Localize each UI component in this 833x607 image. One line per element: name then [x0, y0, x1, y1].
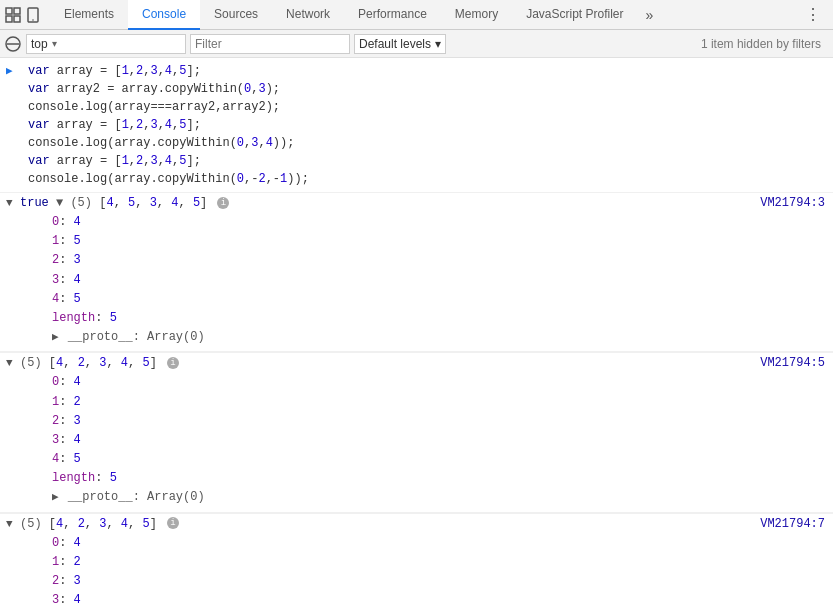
proto-arrow-1[interactable]: ▶	[52, 331, 59, 343]
tab-bar: Elements Console Sources Network Perform…	[0, 0, 833, 30]
prop-row: 1: 2	[52, 553, 833, 572]
more-tabs-button[interactable]: »	[638, 0, 662, 30]
level-arrow: ▾	[435, 37, 441, 51]
expand-arrow-2[interactable]: ▼	[6, 357, 13, 369]
prop-row: 2: 3	[52, 251, 833, 270]
tab-js-profiler[interactable]: JavaScript Profiler	[512, 0, 637, 30]
prop-row: 3: 4	[52, 591, 833, 607]
proto-row-2: ▶ __proto__: Array(0)	[52, 488, 833, 507]
output-row-2: ▼ (5) [4, 2, 3, 4, 5] i VM21794:5	[0, 352, 833, 373]
tab-sources[interactable]: Sources	[200, 0, 272, 30]
svg-rect-0	[6, 8, 12, 14]
code-expand-arrow[interactable]: ▶	[6, 63, 13, 80]
prop-row: 0: 4	[52, 373, 833, 392]
svg-point-5	[32, 19, 34, 21]
prop-row: 1: 5	[52, 232, 833, 251]
expand-arrow-3[interactable]: ▼	[6, 518, 13, 530]
vm-link-3[interactable]: VM21794:7	[756, 514, 833, 534]
context-arrow: ▾	[52, 38, 57, 49]
prop-row: 0: 4	[52, 534, 833, 553]
context-selector[interactable]: top ▾	[26, 34, 186, 54]
tab-console[interactable]: Console	[128, 0, 200, 30]
info-icon-3[interactable]: i	[167, 517, 179, 529]
tab-elements[interactable]: Elements	[50, 0, 128, 30]
svg-rect-1	[14, 8, 20, 14]
prop-row: 4: 5	[52, 290, 833, 309]
vm-link-1[interactable]: VM21794:3	[756, 193, 833, 213]
expand-arrow-1[interactable]: ▼	[6, 197, 13, 209]
prop-row: 3: 4	[52, 431, 833, 450]
inspect-icon[interactable]	[4, 6, 22, 24]
devtools-icons	[4, 6, 42, 24]
output-row-1: ▼ true ▼ (5) [4, 5, 3, 4, 5] i VM21794:3	[0, 193, 833, 213]
tab-performance[interactable]: Performance	[344, 0, 441, 30]
prop-row: length: 5	[52, 469, 833, 488]
svg-rect-2	[6, 16, 12, 22]
filter-input[interactable]	[190, 34, 350, 54]
clear-console-icon[interactable]	[4, 35, 22, 53]
code-input-block: ▶ var array = [1,2,3,4,5]; var array2 = …	[0, 58, 833, 193]
prop-rows-1: 0: 4 1: 5 2: 3 3: 4 4: 5 length: 5 ▶ __p…	[0, 213, 833, 352]
prop-row: 4: 5	[52, 450, 833, 469]
level-selector[interactable]: Default levels ▾	[354, 34, 446, 54]
devtools-menu-button[interactable]: ⋮	[797, 0, 829, 30]
prop-row: 2: 3	[52, 412, 833, 431]
prop-row: 3: 4	[52, 271, 833, 290]
mobile-icon[interactable]	[24, 6, 42, 24]
proto-arrow-2[interactable]: ▶	[52, 491, 59, 503]
output-row-3: ▼ (5) [4, 2, 3, 4, 5] i VM21794:7	[0, 513, 833, 534]
info-icon-1[interactable]: i	[217, 197, 229, 209]
console-content: ▶ var array = [1,2,3,4,5]; var array2 = …	[0, 58, 833, 607]
prop-row: 2: 3	[52, 572, 833, 591]
tab-network[interactable]: Network	[272, 0, 344, 30]
level-label: Default levels	[359, 37, 431, 51]
prop-rows-2: 0: 4 1: 2 2: 3 3: 4 4: 5 length: 5 ▶ __p…	[0, 373, 833, 512]
prop-rows-3: 0: 4 1: 2 2: 3 3: 4 4: 5 length: 5 ▶ __p…	[0, 534, 833, 607]
console-toolbar: top ▾ Default levels ▾ 1 item hidden by …	[0, 30, 833, 58]
svg-rect-3	[14, 16, 20, 22]
proto-row-1: ▶ __proto__: Array(0)	[52, 328, 833, 347]
tab-memory[interactable]: Memory	[441, 0, 512, 30]
prop-row: 1: 2	[52, 393, 833, 412]
vm-link-2[interactable]: VM21794:5	[756, 353, 833, 373]
info-icon-2[interactable]: i	[167, 357, 179, 369]
context-value: top	[31, 37, 48, 51]
hidden-items-count: 1 item hidden by filters	[701, 37, 829, 51]
prop-row: 0: 4	[52, 213, 833, 232]
prop-row: length: 5	[52, 309, 833, 328]
